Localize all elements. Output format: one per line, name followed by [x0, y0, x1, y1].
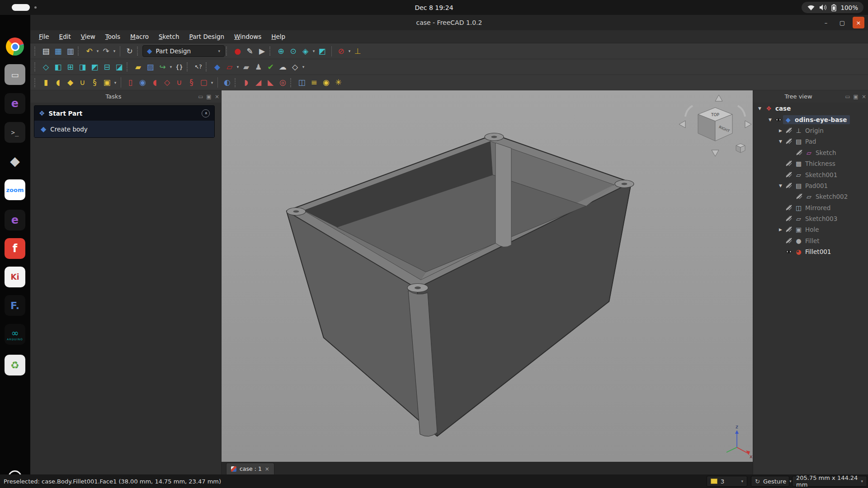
- panel-float-icon[interactable]: ▣: [852, 94, 860, 100]
- eye-hidden-icon[interactable]: [784, 182, 793, 189]
- red-f-app-icon[interactable]: f: [5, 238, 25, 259]
- menu-part-design[interactable]: Part Design: [184, 31, 229, 42]
- tree-item-label[interactable]: Sketch002: [816, 193, 848, 200]
- system-status-tray[interactable]: 100%: [802, 2, 863, 13]
- terminal-icon[interactable]: >_: [5, 122, 25, 143]
- menu-macro[interactable]: Macro: [125, 31, 154, 42]
- pad-icon[interactable]: ▮: [40, 76, 52, 89]
- view-front-icon[interactable]: ◧: [52, 61, 64, 73]
- linear-pattern-icon[interactable]: ≡: [308, 76, 320, 89]
- chrome-icon[interactable]: [5, 36, 25, 57]
- pocket-icon[interactable]: ▯: [124, 76, 137, 89]
- menu-help[interactable]: Help: [266, 31, 290, 42]
- shapebinder-icon[interactable]: ☁: [277, 61, 289, 73]
- menu-edit[interactable]: Edit: [54, 31, 76, 42]
- chamfer-icon[interactable]: ◢: [252, 76, 264, 89]
- tree-item-label[interactable]: Sketch001: [805, 171, 837, 178]
- macro-record-icon[interactable]: ●: [231, 45, 244, 57]
- additive-loft-icon[interactable]: ◆: [64, 76, 76, 89]
- validate-sketch-icon[interactable]: ✔: [264, 61, 277, 73]
- tree-item-label[interactable]: Hole: [805, 226, 819, 233]
- zoom-icon[interactable]: zoom: [5, 179, 25, 200]
- draft-icon[interactable]: ◣: [264, 76, 277, 89]
- redo-dropdown[interactable]: ▾: [112, 49, 117, 53]
- measure-icon[interactable]: ⊥: [352, 45, 364, 57]
- tree-item-label[interactable]: odins-eye-base: [795, 116, 847, 123]
- group-icon[interactable]: ▨: [144, 61, 156, 73]
- nav-style-selector[interactable]: ↻ Gesture ▾: [751, 476, 789, 487]
- menu-view[interactable]: View: [76, 31, 100, 42]
- datum-dropdown[interactable]: ▾: [301, 65, 306, 69]
- tree-item-pad[interactable]: ▼▤Pad: [753, 136, 868, 147]
- panel-float-icon[interactable]: ▣: [205, 94, 213, 100]
- save-icon[interactable]: ▥: [64, 45, 76, 57]
- view-left-icon[interactable]: ◪: [113, 61, 125, 73]
- eye-hidden-icon[interactable]: [784, 127, 793, 134]
- 3d-viewport[interactable]: TOP RIGHT z x: [222, 90, 753, 462]
- blue-f-app-icon[interactable]: F.: [5, 295, 25, 316]
- window-titlebar[interactable]: case - FreeCAD 1.0.2: [30, 15, 868, 30]
- additive-primitives-icon[interactable]: ▣: [101, 76, 113, 89]
- macro-play-icon[interactable]: ▶: [256, 45, 268, 57]
- case-3d-model[interactable]: [287, 133, 634, 436]
- tree-item-label[interactable]: Mirrored: [805, 204, 830, 211]
- clock[interactable]: Dec 8 19:24: [0, 0, 868, 15]
- tree-expander-open[interactable]: ▼: [777, 183, 784, 188]
- kicad-icon[interactable]: Ki: [5, 267, 25, 287]
- panel-minimize-icon[interactable]: ▭: [844, 94, 852, 100]
- subtractive-primitives-dropdown[interactable]: ▾: [210, 80, 214, 85]
- viewport-canvas[interactable]: TOP RIGHT z x: [222, 90, 753, 462]
- eye-hidden-icon[interactable]: [784, 237, 793, 244]
- groove-icon[interactable]: ◖: [149, 76, 161, 89]
- multitransform-icon[interactable]: ✳: [332, 76, 344, 89]
- close-button[interactable]: ×: [853, 17, 864, 28]
- view-dimensions-selector[interactable]: 205.75 mm x 144.24 mm ▾: [792, 476, 867, 487]
- eye-hidden-icon[interactable]: [795, 149, 804, 156]
- navcube-mini-cube[interactable]: [736, 144, 745, 153]
- ember-icon[interactable]: e: [5, 93, 25, 114]
- tree-expander-open[interactable]: ▼: [766, 117, 774, 122]
- subtractive-helix-icon[interactable]: §: [185, 76, 198, 89]
- make-link-dropdown[interactable]: ▾: [169, 65, 173, 69]
- refresh-icon[interactable]: ↻: [123, 45, 136, 57]
- panel-close-icon[interactable]: ×: [213, 94, 221, 100]
- clone-icon[interactable]: ♟: [252, 61, 264, 73]
- tree-item-label[interactable]: Origin: [805, 127, 824, 134]
- view-iso-cube-icon[interactable]: ◇: [40, 61, 52, 73]
- tree-item-odins-eye-base[interactable]: ▼◆odins-eye-base: [753, 114, 868, 125]
- document-tab[interactable]: case : 1 ×: [226, 463, 274, 474]
- zoom-selection-icon[interactable]: ⊙: [287, 45, 299, 57]
- expression-icon[interactable]: {}: [173, 61, 185, 73]
- tree-item-label[interactable]: case: [775, 105, 791, 112]
- create-body-item[interactable]: ◆ Create body: [34, 121, 214, 137]
- undo-dropdown[interactable]: ▾: [95, 49, 100, 53]
- datum-icon[interactable]: ◇: [289, 61, 301, 73]
- clipping-plane-dropdown[interactable]: ▾: [347, 49, 352, 53]
- minimize-button[interactable]: –: [820, 17, 832, 28]
- create-sketch-dropdown[interactable]: ▾: [236, 65, 240, 69]
- fillet-icon[interactable]: ◗: [240, 76, 252, 89]
- tree-item-sketch003[interactable]: ▱Sketch003: [753, 213, 868, 224]
- sync-view-icon[interactable]: ◩: [316, 45, 328, 57]
- navcube-top-label[interactable]: TOP: [711, 113, 720, 117]
- tree-item-hole[interactable]: ▶▣Hole: [753, 224, 868, 235]
- menu-sketch[interactable]: Sketch: [154, 31, 184, 42]
- tree-item-sketch[interactable]: ▱Sketch: [753, 147, 868, 158]
- additive-pipe-icon[interactable]: ∪: [76, 76, 89, 89]
- zoom-fit-icon[interactable]: ⊕: [275, 45, 287, 57]
- menu-tools[interactable]: Tools: [100, 31, 125, 42]
- tree-item-case[interactable]: ▼❖case: [753, 103, 868, 114]
- tree-expander-closed[interactable]: ▶: [777, 128, 784, 133]
- macro-edit-icon[interactable]: ✎: [244, 45, 256, 57]
- tree-item-label[interactable]: Pad001: [805, 182, 828, 189]
- additive-helix-icon[interactable]: §: [89, 76, 101, 89]
- eye-hidden-icon[interactable]: [784, 160, 793, 167]
- tree-item-label[interactable]: Fillet001: [805, 248, 831, 255]
- start-part-header[interactable]: ❖ Start Part »: [34, 106, 214, 121]
- menu-windows[interactable]: Windows: [229, 31, 266, 42]
- boolean-icon[interactable]: ◐: [221, 76, 233, 89]
- view-top-icon[interactable]: ⊞: [64, 61, 76, 73]
- undo-icon[interactable]: ↶: [83, 45, 95, 57]
- mirrored-icon[interactable]: ◫: [296, 76, 308, 89]
- eye-visible-icon[interactable]: [774, 116, 783, 123]
